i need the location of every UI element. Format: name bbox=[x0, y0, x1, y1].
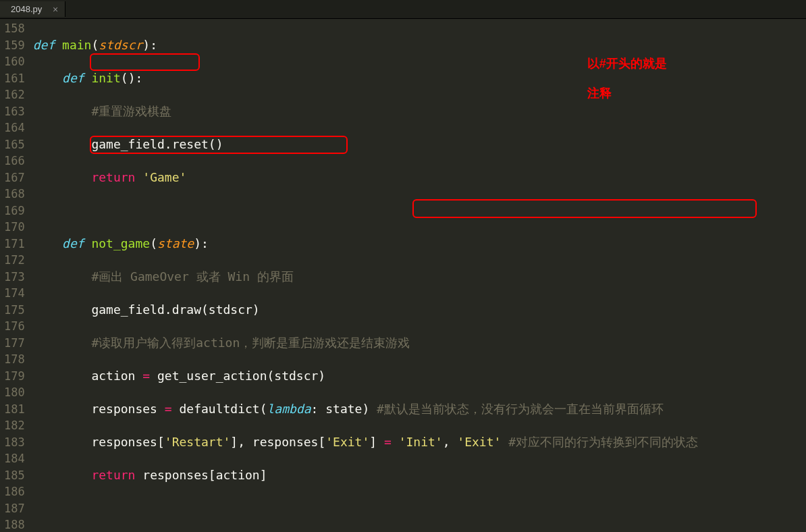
code-line: game_field.draw(stdscr) bbox=[33, 302, 806, 319]
line-number: 172 bbox=[4, 252, 25, 269]
line-number: 183 bbox=[4, 434, 25, 451]
line-number: 178 bbox=[4, 351, 25, 368]
line-number: 182 bbox=[4, 417, 25, 434]
line-number: 173 bbox=[4, 269, 25, 286]
line-number: 185 bbox=[4, 467, 25, 484]
code-line: def init(): bbox=[33, 70, 806, 87]
line-number: 186 bbox=[4, 483, 25, 500]
editor: 158 159 160 161 162 163 164 165 166 167 … bbox=[0, 19, 806, 532]
line-number: 168 bbox=[4, 186, 25, 203]
line-number: 174 bbox=[4, 285, 25, 302]
line-number: 184 bbox=[4, 450, 25, 467]
line-number: 181 bbox=[4, 401, 25, 418]
line-number: 187 bbox=[4, 500, 25, 517]
line-number: 177 bbox=[4, 335, 25, 352]
line-number: 165 bbox=[4, 136, 25, 153]
line-number: 169 bbox=[4, 203, 25, 219]
highlight-box-1 bbox=[90, 53, 200, 71]
line-number: 188 bbox=[4, 516, 25, 532]
code-line: responses = defaultdict(lambda: state) #… bbox=[33, 401, 806, 418]
line-number: 170 bbox=[4, 219, 25, 236]
line-number: 159 bbox=[4, 37, 25, 54]
code-line bbox=[33, 500, 806, 517]
code-line: action = get_user_action(stdscr) bbox=[33, 368, 806, 385]
line-number: 167 bbox=[4, 169, 25, 186]
line-number: 175 bbox=[4, 302, 25, 319]
code-line: #读取用户输入得到action，判断是重启游戏还是结束游戏 bbox=[33, 335, 806, 352]
file-tab[interactable]: 2048.py × bbox=[0, 1, 65, 17]
line-number: 158 bbox=[4, 20, 25, 37]
line-number: 162 bbox=[4, 86, 25, 103]
code-line bbox=[33, 203, 806, 219]
tab-filename: 2048.py bbox=[11, 4, 42, 14]
annotation-text: 以#开头的就是 注释 bbox=[567, 41, 667, 115]
line-number: 166 bbox=[4, 153, 25, 169]
line-number: 161 bbox=[4, 70, 25, 87]
line-number: 163 bbox=[4, 103, 25, 120]
tab-bar: 2048.py × bbox=[0, 0, 806, 19]
line-number-gutter: 158 159 160 161 162 163 164 165 166 167 … bbox=[0, 19, 33, 532]
close-icon[interactable]: × bbox=[53, 4, 58, 15]
line-number: 160 bbox=[4, 53, 25, 70]
code-line: game_field.reset() bbox=[33, 136, 806, 153]
code-line: #画出 GameOver 或者 Win 的界面 bbox=[33, 269, 806, 286]
code-line: def not_game(state): bbox=[33, 236, 806, 252]
line-number: 164 bbox=[4, 119, 25, 136]
code-area[interactable]: def main(stdscr): def init(): #重置游戏棋盘 ga… bbox=[33, 19, 806, 532]
line-number: 179 bbox=[4, 368, 25, 385]
line-number: 176 bbox=[4, 318, 25, 335]
line-number: 180 bbox=[4, 384, 25, 401]
line-number: 171 bbox=[4, 236, 25, 252]
code-line: def main(stdscr): bbox=[33, 37, 806, 54]
code-line: return 'Game' bbox=[33, 169, 806, 186]
code-line: #重置游戏棋盘 bbox=[33, 103, 806, 120]
code-line: responses['Restart'], responses['Exit'] … bbox=[33, 434, 806, 451]
code-line: return responses[action] bbox=[33, 467, 806, 484]
